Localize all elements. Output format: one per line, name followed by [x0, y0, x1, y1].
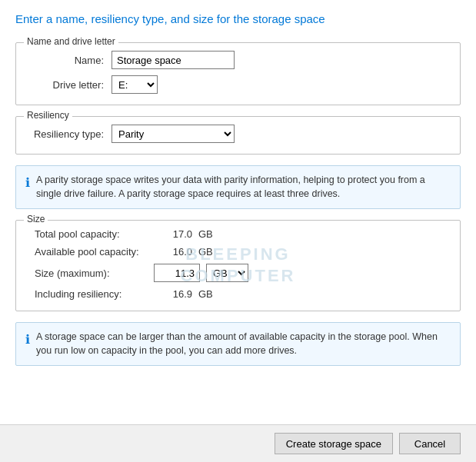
resiliency-type-select[interactable]: Simple Two-way mirror Three-way mirror P… [112, 125, 235, 143]
size-maximum-input[interactable] [154, 264, 200, 282]
drive-letter-select[interactable]: E: [112, 75, 158, 94]
dialog-footer: Create storage space Cancel [0, 424, 476, 462]
name-label: Name: [27, 55, 112, 66]
cancel-button[interactable]: Cancel [399, 433, 461, 454]
create-storage-space-button[interactable]: Create storage space [275, 433, 393, 454]
name-drive-legend: Name and drive letter [24, 36, 118, 47]
available-pool-label: Available pool capacity: [35, 246, 154, 258]
size-maximum-label: Size (maximum): [35, 268, 154, 279]
including-resiliency-label: Including resiliency: [35, 288, 154, 300]
resiliency-section: Resiliency Resiliency type: Simple Two-w… [15, 116, 461, 155]
total-pool-unit: GB [198, 228, 221, 240]
pool-info-icon: ℹ [25, 331, 30, 348]
including-resiliency-row: Including resiliency: 16.9 GB [27, 288, 449, 300]
parity-info-text: A parity storage space writes your data … [36, 174, 451, 201]
drive-row: Drive letter: E: [27, 75, 449, 94]
pool-info-text: A storage space can be larger than the a… [36, 331, 451, 357]
name-drive-section: Name and drive letter Name: Drive letter… [15, 42, 461, 105]
available-pool-row: Available pool capacity: 16.0 GB [27, 246, 449, 258]
parity-info-box: ℹ A parity storage space writes your dat… [15, 165, 461, 209]
name-row: Name: [27, 51, 449, 69]
dialog: Enter a name, resiliency type, and size … [0, 0, 476, 462]
available-pool-value: 16.0 [154, 246, 192, 258]
dialog-body: Name and drive letter Name: Drive letter… [0, 35, 476, 424]
size-section: Size BLEEPING COMPUTER Total pool capaci… [15, 220, 461, 311]
total-pool-label: Total pool capacity: [35, 228, 154, 240]
total-pool-row: Total pool capacity: 17.0 GB [27, 228, 449, 240]
info-icon: ℹ [25, 174, 30, 191]
size-unit-select[interactable]: MB GB TB [206, 264, 248, 282]
size-section-wrap: Size BLEEPING COMPUTER Total pool capaci… [15, 220, 461, 311]
size-legend: Size [24, 214, 48, 224]
resiliency-legend: Resiliency [24, 110, 72, 121]
dialog-header: Enter a name, resiliency type, and size … [0, 0, 476, 35]
resiliency-type-row: Resiliency type: Simple Two-way mirror T… [27, 125, 449, 143]
pool-info-box: ℹ A storage space can be larger than the… [15, 322, 461, 366]
including-resiliency-unit: GB [198, 288, 221, 300]
available-pool-unit: GB [198, 246, 221, 258]
resiliency-type-label: Resiliency type: [27, 128, 112, 140]
including-resiliency-value: 16.9 [154, 288, 192, 300]
total-pool-value: 17.0 [154, 228, 192, 240]
dialog-title: Enter a name, resiliency type, and size … [15, 12, 461, 25]
size-maximum-row: Size (maximum): MB GB TB [27, 264, 449, 282]
name-input[interactable] [112, 51, 235, 69]
drive-label: Drive letter: [27, 79, 112, 91]
